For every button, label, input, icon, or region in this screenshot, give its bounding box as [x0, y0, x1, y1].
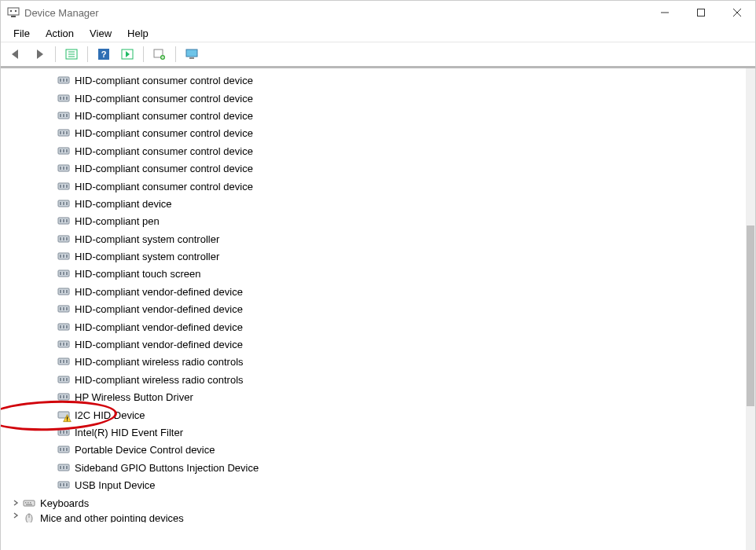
svg-rect-86	[63, 378, 64, 381]
device-tree[interactable]: HID-compliant consumer control deviceHID…	[1, 68, 746, 550]
svg-rect-102	[66, 448, 68, 451]
hid-device-icon	[57, 426, 70, 438]
device-row[interactable]: HID-compliant system controller	[1, 248, 746, 265]
show-hidden-icon[interactable]	[61, 44, 82, 64]
scan-hardware-icon[interactable]	[149, 44, 170, 64]
device-label: Intel(R) HID Event Filter	[75, 426, 183, 438]
menu-action[interactable]: Action	[38, 26, 82, 41]
svg-rect-31	[66, 131, 68, 134]
keyboard-icon	[23, 497, 35, 509]
hid-device-icon	[57, 109, 70, 122]
maximize-button[interactable]	[683, 1, 719, 24]
svg-rect-30	[63, 131, 64, 134]
menu-file[interactable]: File	[6, 26, 38, 41]
device-row[interactable]: HID-compliant pen	[1, 212, 746, 229]
hid-device-icon	[57, 233, 70, 245]
device-row[interactable]: HP Wireless Button Driver	[1, 388, 746, 405]
minimize-button[interactable]	[647, 1, 683, 24]
svg-point-3	[15, 10, 17, 12]
hid-device-icon	[57, 355, 70, 368]
hid-device-icon	[57, 214, 70, 227]
svg-rect-46	[63, 202, 64, 205]
hid-device-icon	[57, 162, 70, 174]
menu-help[interactable]: Help	[119, 26, 156, 41]
svg-rect-54	[63, 237, 64, 240]
back-arrow-icon[interactable]	[6, 44, 26, 64]
device-row[interactable]: HID-compliant consumer control device	[1, 72, 746, 89]
svg-rect-1	[11, 16, 16, 17]
device-row[interactable]: HID-compliant vendor-defined device	[1, 283, 746, 300]
svg-rect-57	[60, 255, 61, 258]
hid-device-icon	[57, 443, 70, 456]
svg-rect-91	[66, 395, 68, 398]
device-row[interactable]: HID-compliant consumer control device	[1, 160, 746, 177]
mouse-icon	[23, 512, 35, 522]
device-label: HID-compliant vendor-defined device	[75, 285, 243, 298]
device-label: HID-compliant vendor-defined device	[75, 321, 243, 333]
menu-view[interactable]: View	[82, 26, 119, 41]
device-row[interactable]: Portable Device Control device	[1, 441, 746, 458]
svg-rect-70	[63, 307, 64, 310]
svg-rect-50	[63, 219, 64, 222]
svg-rect-26	[63, 114, 64, 117]
svg-rect-5	[698, 9, 705, 16]
close-button[interactable]	[719, 1, 755, 24]
svg-rect-71	[66, 307, 68, 310]
svg-text:?: ?	[101, 50, 107, 59]
action-icon[interactable]	[117, 44, 138, 64]
svg-rect-18	[63, 79, 64, 82]
device-label: HID-compliant vendor-defined device	[75, 338, 243, 350]
device-row[interactable]: HID-compliant consumer control device	[1, 142, 746, 160]
svg-rect-21	[60, 97, 61, 100]
device-row[interactable]: HID-compliant consumer control device	[1, 107, 746, 124]
svg-rect-100	[60, 448, 61, 451]
device-label: HID-compliant consumer control device	[75, 109, 253, 122]
svg-rect-53	[60, 237, 61, 240]
svg-rect-42	[63, 185, 64, 188]
device-label: HID-compliant wireless radio controls	[75, 373, 244, 386]
forward-arrow-icon[interactable]	[29, 44, 50, 64]
svg-rect-25	[60, 114, 61, 117]
vertical-scrollbar[interactable]	[746, 68, 755, 550]
svg-rect-75	[66, 325, 68, 328]
scroll-thumb[interactable]	[747, 226, 754, 406]
device-row[interactable]: HID-compliant vendor-defined device	[1, 336, 746, 353]
device-row[interactable]: HID-compliant consumer control device	[1, 124, 746, 141]
device-row[interactable]: Sideband GPIO Buttons Injection Device	[1, 459, 746, 476]
device-manager-window: Device Manager File Action View Help ?	[0, 0, 756, 550]
device-label: HID-compliant pen	[75, 214, 160, 227]
device-row[interactable]: HID-compliant vendor-defined device	[1, 317, 746, 335]
expand-chevron-icon[interactable]	[10, 499, 21, 507]
device-row[interactable]: I2C HID Device	[1, 405, 746, 423]
device-label: USB Input Device	[75, 478, 156, 491]
help-icon[interactable]: ?	[94, 44, 114, 64]
device-row[interactable]: HID-compliant consumer control device	[1, 177, 746, 194]
category-row[interactable]: Keyboards	[1, 493, 746, 511]
toolbar-separator	[175, 46, 176, 62]
device-label: HID-compliant system controller	[75, 233, 219, 245]
svg-rect-106	[66, 466, 68, 469]
expand-chevron-icon[interactable]	[10, 512, 21, 519]
hid-device-icon	[57, 250, 70, 262]
monitor-icon[interactable]	[182, 44, 202, 64]
device-row[interactable]: HID-compliant wireless radio controls	[1, 371, 746, 388]
device-row[interactable]: Intel(R) HID Event Filter	[1, 424, 746, 441]
hid-device-icon	[57, 373, 70, 386]
svg-rect-65	[60, 290, 61, 293]
device-row[interactable]: HID-compliant touch screen	[1, 265, 746, 282]
svg-rect-73	[60, 325, 61, 328]
device-row[interactable]: HID-compliant consumer control device	[1, 89, 746, 106]
device-row[interactable]: HID-compliant system controller	[1, 230, 746, 248]
svg-point-2	[10, 10, 12, 12]
device-row[interactable]: HID-compliant vendor-defined device	[1, 300, 746, 317]
hid-device-icon	[57, 180, 70, 192]
device-row[interactable]: USB Input Device	[1, 476, 746, 493]
svg-rect-110	[66, 483, 68, 486]
category-row[interactable]: Mice and other pointing devices	[1, 512, 746, 522]
svg-rect-77	[60, 343, 61, 346]
device-row[interactable]: HID-compliant device	[1, 195, 746, 212]
scroll-track[interactable]	[746, 68, 755, 550]
svg-rect-41	[60, 185, 61, 188]
svg-rect-115	[26, 504, 32, 504]
device-row[interactable]: HID-compliant wireless radio controls	[1, 353, 746, 370]
